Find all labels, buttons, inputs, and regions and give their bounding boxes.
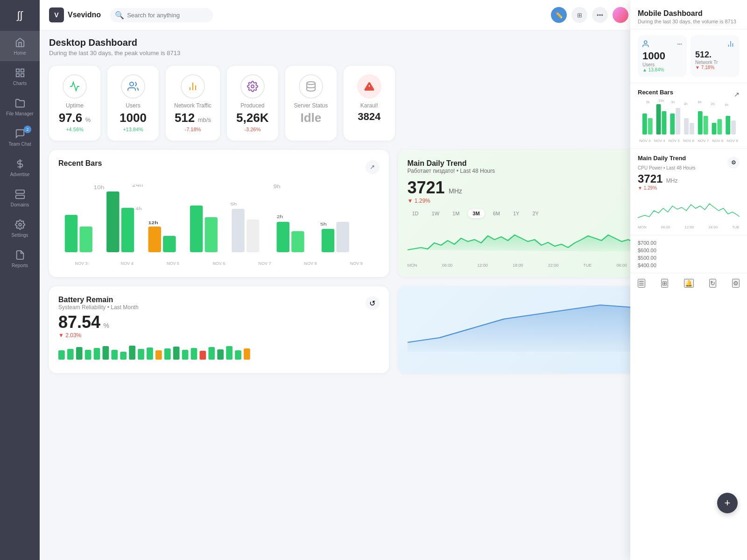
svg-rect-60 bbox=[173, 347, 180, 360]
stat-server-status: Server Status Idle bbox=[285, 66, 337, 141]
overlay-settings-button[interactable]: ⚙ bbox=[727, 156, 740, 169]
settings-icon bbox=[14, 219, 26, 231]
fab-button[interactable]: + bbox=[717, 493, 738, 513]
mobile-stat-users: ••• 1000 Users ▲ 13.84% bbox=[638, 35, 687, 77]
sidebar-item-reports[interactable]: Reports bbox=[0, 243, 40, 274]
svg-text:4h: 4h bbox=[725, 103, 728, 106]
uptime-value-wrap: 97.6 % bbox=[59, 111, 91, 125]
overlay-trend-title-block: Main Daily Trend CPU Power • Last 48 Hou… bbox=[638, 155, 696, 170]
time-btn-1d[interactable]: 1D bbox=[408, 209, 423, 218]
svg-rect-63 bbox=[200, 351, 206, 360]
svg-text:4h: 4h bbox=[135, 206, 142, 211]
produced-label: Produced bbox=[240, 102, 264, 109]
uptime-icon-wrap bbox=[63, 74, 87, 99]
svg-text:12h: 12h bbox=[148, 220, 158, 225]
svg-rect-56 bbox=[138, 349, 144, 360]
sidebar-item-charts[interactable]: Charts bbox=[0, 61, 40, 92]
mobile-network-label: Network Tr bbox=[695, 60, 735, 65]
time-btn-1m[interactable]: 1M bbox=[448, 209, 464, 218]
uptime-label: Uptime bbox=[66, 102, 84, 109]
svg-text:8h: 8h bbox=[192, 199, 198, 204]
svg-text:24h: 24h bbox=[132, 184, 143, 188]
overlay-settings-bottom-button[interactable]: ⚙ bbox=[732, 279, 740, 288]
sidebar-item-home-label: Home bbox=[14, 50, 26, 56]
time-btn-1y[interactable]: 1Y bbox=[508, 209, 524, 218]
battery-reset-button[interactable]: ↺ bbox=[366, 296, 380, 310]
price-500: $500.00 bbox=[638, 254, 740, 262]
overlay-menu-button[interactable]: ☰ bbox=[638, 279, 645, 288]
user-avatar-left[interactable] bbox=[613, 7, 628, 23]
svg-rect-57 bbox=[147, 347, 153, 360]
time-btn-6m[interactable]: 6M bbox=[488, 209, 505, 218]
more-button[interactable]: ••• bbox=[592, 7, 608, 23]
sidebar-item-advertise[interactable]: Advertise bbox=[0, 152, 40, 183]
uptime-change: +4.56% bbox=[66, 127, 84, 132]
recent-bars-expand-button[interactable]: ↗ bbox=[366, 160, 380, 174]
overlay-expand-icon[interactable]: ↗ bbox=[734, 91, 740, 98]
svg-rect-36 bbox=[205, 217, 218, 252]
users-change: +13.84% bbox=[123, 127, 143, 132]
svg-rect-42 bbox=[291, 231, 304, 252]
sidebar-item-settings[interactable]: Settings bbox=[0, 213, 40, 243]
topnav-logo-box: V bbox=[49, 7, 64, 22]
sidebar-item-home[interactable]: Home bbox=[0, 31, 40, 61]
time-btn-3m[interactable]: 3M bbox=[468, 209, 484, 218]
svg-text:5h: 5h bbox=[646, 100, 650, 104]
sidebar-item-team-chat[interactable]: 2 Team Chat bbox=[0, 122, 40, 152]
team-chat-badge: 2 bbox=[24, 126, 31, 133]
svg-rect-8 bbox=[21, 74, 23, 77]
battery-value-wrap: 87.54 % bbox=[58, 312, 380, 332]
overlay-trend-svg bbox=[638, 194, 740, 222]
network-change: -7.18% bbox=[184, 127, 201, 132]
produced-change: -3.26% bbox=[244, 127, 261, 132]
svg-rect-64 bbox=[208, 347, 215, 360]
time-btn-1w[interactable]: 1W bbox=[427, 209, 444, 218]
mobile-users-icon bbox=[642, 40, 651, 48]
svg-rect-38 bbox=[232, 209, 245, 252]
search-input[interactable] bbox=[110, 8, 213, 22]
sidebar-item-domains-label: Domains bbox=[11, 202, 29, 207]
svg-rect-81 bbox=[648, 118, 653, 135]
svg-rect-88 bbox=[698, 111, 703, 135]
stat-karaul: Karaul! 3824 bbox=[344, 66, 395, 141]
mobile-panel-title: Mobile Dashboard bbox=[638, 9, 740, 18]
svg-rect-52 bbox=[103, 346, 109, 360]
edit-button[interactable]: ✏️ bbox=[551, 7, 567, 23]
svg-text:10h: 10h bbox=[94, 185, 105, 191]
svg-rect-85 bbox=[676, 108, 680, 135]
battery-card: Battery Remain Systeam Reliability • Las… bbox=[49, 286, 389, 373]
overlay-bell-button[interactable]: 🔔 bbox=[684, 279, 694, 288]
mobile-users-label: Users bbox=[642, 62, 682, 67]
karaul-label: Karaul! bbox=[360, 102, 378, 109]
svg-rect-28 bbox=[106, 191, 120, 252]
battery-value: 87.54 bbox=[58, 312, 100, 332]
overlay-grid-button[interactable]: ⊞ bbox=[661, 279, 668, 288]
server-status-label: Server Status bbox=[294, 102, 328, 109]
svg-point-13 bbox=[19, 223, 21, 226]
overlay-refresh-button[interactable]: ↻ bbox=[709, 279, 716, 288]
dashboard-title-block: Desktop Dashboard During the last 30 day… bbox=[49, 37, 180, 57]
server-icon bbox=[14, 188, 26, 200]
mobile-stat-more[interactable]: ••• bbox=[677, 42, 682, 47]
svg-rect-9 bbox=[16, 74, 19, 77]
svg-rect-93 bbox=[731, 121, 736, 135]
overlay-trend-change: ▼ 1.29% bbox=[638, 185, 740, 191]
produced-value: 5,26K bbox=[236, 111, 268, 125]
svg-rect-65 bbox=[217, 349, 224, 360]
time-btn-2y[interactable]: 2Y bbox=[528, 209, 543, 218]
sidebar-item-domains[interactable]: Domains bbox=[0, 183, 40, 213]
network-value: 512 bbox=[175, 111, 195, 125]
svg-point-69 bbox=[644, 41, 647, 43]
grid-button[interactable]: ⊞ bbox=[571, 7, 587, 23]
svg-text:2h: 2h bbox=[711, 102, 715, 106]
svg-rect-51 bbox=[94, 348, 100, 360]
battery-title-block: Battery Remain Systeam Reliability • Las… bbox=[58, 296, 139, 311]
bar-chart-svg: 10h 24h 9h 48h 24h 12h 4h bbox=[58, 184, 380, 259]
sidebar-item-file-manager[interactable]: File Manager bbox=[0, 92, 40, 122]
svg-text:8h: 8h bbox=[698, 100, 702, 104]
mobile-stat-network: 512. Network Tr ▼ 7.18% bbox=[691, 35, 740, 77]
sidebar-logo: ∫∫ bbox=[17, 9, 22, 21]
network-value-wrap: 512 mb/s bbox=[175, 111, 211, 125]
home-icon bbox=[14, 36, 26, 49]
svg-point-18 bbox=[251, 85, 254, 88]
